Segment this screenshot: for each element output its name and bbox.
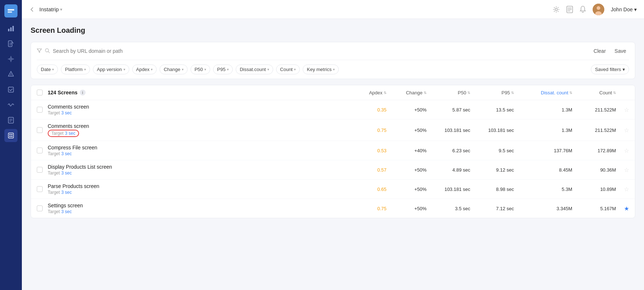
- row-checkbox[interactable]: [37, 205, 43, 211]
- row-checkbox[interactable]: [37, 127, 43, 133]
- filter-p50[interactable]: P50▾: [191, 64, 210, 74]
- cell-star[interactable]: ☆: [616, 186, 629, 193]
- table-row: Settings screen Target 3 sec 0.75 +50% 3…: [31, 199, 635, 218]
- star-icon[interactable]: ☆: [624, 127, 629, 134]
- page-title: Screen Loading: [31, 26, 635, 35]
- star-icon[interactable]: ☆: [624, 186, 629, 193]
- cell-p50: 5.87 sec: [427, 106, 470, 113]
- row-target: Target 3 sec: [48, 190, 350, 195]
- th-change: Change ⇅: [386, 90, 427, 95]
- row-name: Settings screen: [48, 203, 350, 208]
- clear-button[interactable]: Clear: [591, 47, 609, 55]
- app-name[interactable]: Instatrip ▾: [39, 6, 62, 12]
- back-button[interactable]: [29, 7, 35, 12]
- cell-star[interactable]: ☆: [616, 106, 629, 113]
- save-button[interactable]: Save: [612, 47, 629, 55]
- filter-dissat-count[interactable]: Dissat.count▾: [236, 64, 273, 74]
- user-name[interactable]: John Doe ▾: [611, 7, 637, 12]
- th-apdex: Apdex ⇅: [350, 90, 386, 95]
- svg-point-16: [555, 8, 557, 11]
- cell-change: +50%: [386, 186, 427, 193]
- select-all-checkbox[interactable]: [37, 90, 43, 95]
- cell-p95: 7.12 sec: [470, 205, 514, 212]
- search-icon: [45, 48, 50, 54]
- th-star: [616, 90, 629, 95]
- nav-icon-tasks[interactable]: [4, 83, 17, 96]
- target-link[interactable]: 3 sec: [61, 209, 72, 214]
- p95-chevron: ▾: [227, 67, 229, 71]
- change-chevron: ▾: [182, 67, 184, 71]
- screens-info-icon[interactable]: i: [80, 90, 86, 95]
- screens-count-label: 124 Screens: [48, 90, 78, 95]
- svg-point-6: [10, 58, 12, 60]
- filter-app-version[interactable]: App version▾: [93, 64, 129, 74]
- row-name: Display Products List screen: [48, 164, 350, 170]
- target-link[interactable]: 3 sec: [65, 131, 75, 136]
- table-row: Parse Products screen Target 3 sec 0.65 …: [31, 180, 635, 199]
- star-icon[interactable]: ☆: [624, 147, 629, 154]
- nav-icon-analytics[interactable]: [4, 22, 17, 35]
- nav-icon-screens[interactable]: [4, 129, 17, 142]
- cell-p95: 13.5 sec: [470, 106, 514, 113]
- nav-icon-alerts[interactable]: [4, 68, 17, 81]
- cell-p95: 103.181 sec: [470, 127, 514, 134]
- target-link[interactable]: 3 sec: [61, 110, 72, 115]
- filter-platform[interactable]: Platform▾: [61, 64, 90, 74]
- row-checkbox[interactable]: [37, 107, 43, 113]
- filter-p95[interactable]: P95▾: [213, 64, 233, 74]
- cell-star[interactable]: ☆: [616, 147, 629, 154]
- th-dissat-count[interactable]: Dissat. count ⇅: [514, 90, 572, 95]
- nav-icon-reports[interactable]: [4, 114, 17, 127]
- filter-date[interactable]: Date▾: [37, 64, 58, 74]
- settings-icon[interactable]: [553, 6, 560, 13]
- target-link[interactable]: 3 sec: [61, 190, 72, 195]
- row-target: Target 3 sec: [48, 110, 350, 115]
- nav-icon-monitoring[interactable]: [4, 98, 17, 111]
- cell-p95: 9.5 sec: [470, 147, 514, 154]
- svg-rect-2: [8, 29, 9, 31]
- target-highlighted: Target 3 sec: [48, 130, 79, 137]
- filter-apdex[interactable]: Apdex▾: [132, 64, 157, 74]
- svg-rect-12: [9, 134, 11, 135]
- filter-change[interactable]: Change▾: [160, 64, 188, 74]
- cell-p50: 3.5 sec: [427, 205, 470, 212]
- nav-icon-documents[interactable]: [4, 37, 17, 50]
- filter-pills: Date▾ Platform▾ App version▾ Apdex▾ Chan…: [37, 64, 629, 74]
- cell-star[interactable]: ☆: [616, 166, 629, 173]
- filter-count[interactable]: Count▾: [276, 64, 300, 74]
- cell-p50: 6.23 sec: [427, 147, 470, 154]
- row-info: Comments screen Target 3 sec: [48, 104, 350, 115]
- row-target: Target 3 sec: [48, 130, 350, 137]
- cell-count: 90.36M: [572, 166, 616, 173]
- star-icon[interactable]: ☆: [624, 166, 629, 173]
- bell-icon[interactable]: [580, 6, 586, 13]
- cell-change: +40%: [386, 147, 427, 154]
- app-name-label: Instatrip: [39, 6, 59, 12]
- avatar: [593, 4, 604, 15]
- cell-star[interactable]: ☆: [616, 127, 629, 134]
- table-header: 124 Screens i Apdex ⇅ Change ⇅ P50 ⇅ P95…: [31, 85, 635, 100]
- cell-p95: 8.98 sec: [470, 186, 514, 193]
- cell-star[interactable]: ★: [616, 205, 629, 212]
- left-sidebar: [0, 0, 22, 290]
- target-link[interactable]: 3 sec: [61, 151, 72, 156]
- saved-filters-button[interactable]: Saved filters▾: [591, 64, 629, 74]
- cell-apdex: 0.75: [350, 205, 386, 212]
- row-target: Target 3 sec: [48, 171, 350, 176]
- target-link[interactable]: 3 sec: [61, 171, 72, 176]
- th-p95: P95 ⇅: [470, 90, 514, 95]
- row-checkbox[interactable]: [37, 167, 43, 173]
- cell-dissat: 137.76M: [514, 147, 572, 154]
- page-content: Screen Loading Clear Save Date▾ Platform…: [22, 19, 644, 290]
- filter-key-metrics[interactable]: Key metrics▾: [303, 64, 339, 74]
- cell-p50: 4.89 sec: [427, 166, 470, 173]
- notes-icon[interactable]: [566, 6, 573, 13]
- star-icon[interactable]: ☆: [624, 106, 629, 113]
- row-checkbox[interactable]: [37, 186, 43, 192]
- search-input[interactable]: [53, 48, 588, 54]
- row-checkbox[interactable]: [37, 148, 43, 153]
- saved-filters-chevron: ▾: [623, 67, 625, 72]
- svg-rect-11: [8, 133, 13, 138]
- star-filled-icon[interactable]: ★: [624, 205, 629, 212]
- nav-icon-tools[interactable]: [4, 52, 17, 66]
